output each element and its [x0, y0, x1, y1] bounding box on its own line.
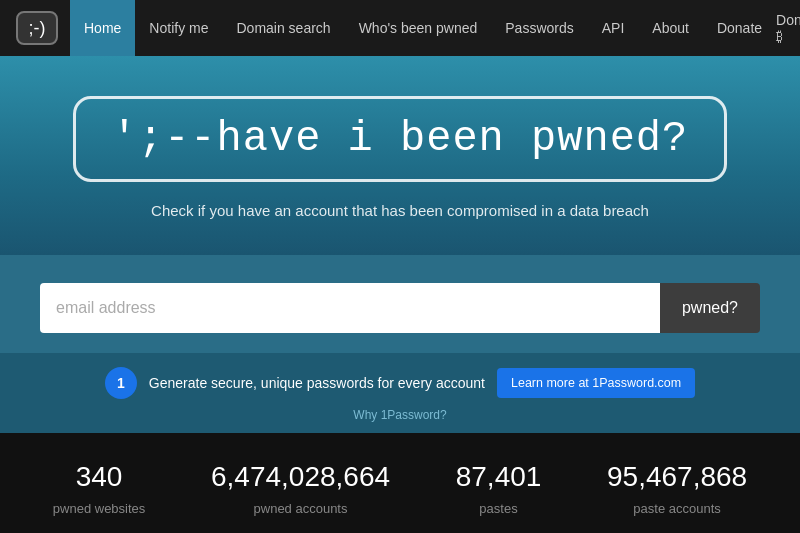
nav-item-home[interactable]: Home: [70, 0, 135, 56]
stats-section: 340 pwned websites 6,474,028,664 pwned a…: [0, 433, 800, 533]
stat-item: 95,467,868 paste accounts: [607, 461, 747, 517]
stat-label: pwned websites: [53, 501, 146, 516]
hero-title-box: ';--have i been pwned?: [73, 96, 728, 182]
nav-item-about[interactable]: About: [638, 0, 703, 56]
nav-item-notify-me[interactable]: Notify me: [135, 0, 222, 56]
stat-number: 87,401: [456, 461, 542, 493]
nav-item-passwords[interactable]: Passwords: [491, 0, 587, 56]
stat-item: 87,401 pastes: [456, 461, 542, 517]
nav-item-donate[interactable]: Donate: [703, 0, 776, 56]
hero-subtitle: Check if you have an account that has be…: [20, 202, 780, 219]
nav-menu: HomeNotify meDomain searchWho's been pwn…: [70, 0, 776, 56]
nav-item-domain-search[interactable]: Domain search: [222, 0, 344, 56]
search-bar: pwned?: [40, 283, 760, 333]
site-logo[interactable]: ;-): [16, 11, 58, 45]
onepassword-banner: 1 Generate secure, unique passwords for …: [0, 353, 800, 433]
navbar: ;-) HomeNotify meDomain searchWho's been…: [0, 0, 800, 56]
why-onepassword-link[interactable]: Why 1Password?: [353, 408, 446, 422]
stat-number: 95,467,868: [607, 461, 747, 493]
stat-item: 6,474,028,664 pwned accounts: [211, 461, 390, 517]
hero-section: ';--have i been pwned? Check if you have…: [0, 56, 800, 255]
pwned-button[interactable]: pwned?: [660, 283, 760, 333]
search-input[interactable]: [40, 283, 660, 333]
stat-label: pastes: [479, 501, 517, 516]
stat-label: pwned accounts: [254, 501, 348, 516]
stat-label: paste accounts: [633, 501, 720, 516]
nav-item-whos-been-pwned[interactable]: Who's been pwned: [345, 0, 492, 56]
stat-number: 6,474,028,664: [211, 461, 390, 493]
stat-number: 340: [53, 461, 146, 493]
onepassword-text: Generate secure, unique passwords for ev…: [149, 375, 485, 391]
search-section: pwned?: [0, 255, 800, 353]
donate-link[interactable]: Donate ₿ 🅿: [776, 12, 800, 44]
onepassword-icon: 1: [105, 367, 137, 399]
hero-title: ';--have i been pwned?: [112, 115, 689, 163]
stat-item: 340 pwned websites: [53, 461, 146, 517]
onepassword-button[interactable]: Learn more at 1Password.com: [497, 368, 695, 398]
nav-item-api[interactable]: API: [588, 0, 639, 56]
